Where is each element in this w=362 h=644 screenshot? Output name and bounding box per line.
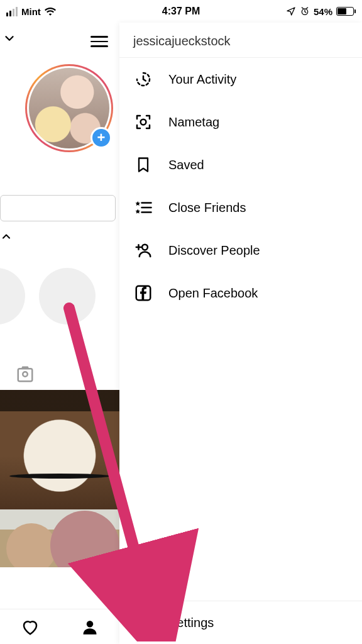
story-highlight[interactable] xyxy=(0,268,25,325)
story-highlight[interactable] xyxy=(39,268,96,325)
discover-people-icon xyxy=(133,240,153,260)
account-switcher-chevron-icon[interactable] xyxy=(3,31,16,45)
svg-point-3 xyxy=(87,621,94,628)
post-thumbnail[interactable] xyxy=(0,509,119,567)
menu-item-label: Close Friends xyxy=(168,201,246,215)
profile-background-pane: + xyxy=(0,23,119,644)
post-thumbnail[interactable] xyxy=(0,390,119,509)
wifi-icon xyxy=(45,7,56,16)
menu-item-label: Discover People xyxy=(168,243,260,258)
profile-avatar[interactable]: + xyxy=(25,64,113,152)
close-friends-icon xyxy=(133,197,153,218)
menu-item-label: Open Facebook xyxy=(168,286,258,301)
menu-item-label: Settings xyxy=(168,616,214,630)
activity-heart-icon[interactable] xyxy=(21,618,40,636)
menu-username: jessicajueckstock xyxy=(119,23,362,58)
cell-signal-icon xyxy=(6,7,18,16)
add-story-icon[interactable]: + xyxy=(90,127,112,148)
side-menu-panel: jessicajueckstock Your Activity Nametag xyxy=(119,23,362,644)
svg-point-5 xyxy=(142,245,148,250)
settings-gear-icon xyxy=(133,613,153,633)
activity-icon xyxy=(133,69,153,89)
svg-point-2 xyxy=(23,372,28,377)
suggestions-toggle[interactable] xyxy=(0,230,119,243)
bottom-nav xyxy=(0,609,119,644)
menu-item-nametag[interactable]: Nametag xyxy=(119,101,362,143)
bookmark-icon xyxy=(133,155,153,175)
facebook-icon xyxy=(133,283,153,303)
location-icon xyxy=(286,6,296,16)
nametag-icon xyxy=(133,112,153,132)
menu-item-activity[interactable]: Your Activity xyxy=(119,58,362,101)
battery-percent: 54% xyxy=(314,6,332,17)
menu-item-discover-people[interactable]: Discover People xyxy=(119,229,362,272)
menu-item-close-friends[interactable]: Close Friends xyxy=(119,186,362,229)
carrier-label: Mint xyxy=(21,6,41,17)
menu-item-label: Your Activity xyxy=(168,72,236,87)
clock: 4:37 PM xyxy=(162,6,200,17)
tagged-tab-icon[interactable] xyxy=(16,365,35,384)
menu-item-open-facebook[interactable]: Open Facebook xyxy=(119,272,362,314)
svg-rect-1 xyxy=(18,369,33,381)
menu-item-settings[interactable]: Settings xyxy=(119,601,362,644)
battery-icon xyxy=(336,7,356,16)
menu-item-label: Saved xyxy=(168,158,204,172)
svg-point-4 xyxy=(141,119,146,125)
edit-profile-button[interactable] xyxy=(0,195,116,221)
alarm-icon xyxy=(300,6,310,16)
menu-button[interactable] xyxy=(90,33,108,50)
status-bar: Mint 4:37 PM 54% xyxy=(0,0,362,23)
menu-item-saved[interactable]: Saved xyxy=(119,143,362,186)
profile-tab-icon[interactable] xyxy=(81,618,99,636)
menu-item-label: Nametag xyxy=(168,115,219,130)
